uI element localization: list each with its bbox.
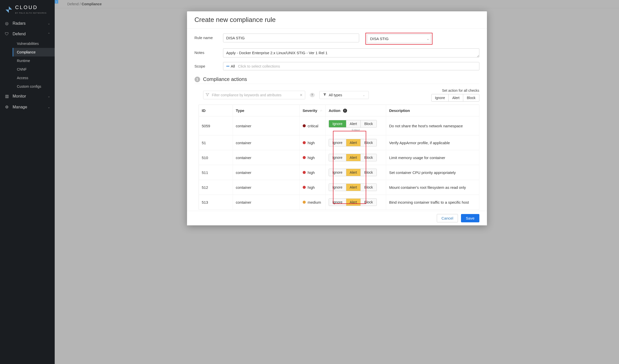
rule-template-select[interactable]: DISA STIG bbox=[367, 34, 431, 43]
cell-description: Verify AppArmor profile, if applicable bbox=[386, 135, 479, 150]
cell-severity: high bbox=[299, 165, 325, 180]
modal-overlay: Create new compliance rule Rule name DIS… bbox=[55, 0, 619, 364]
row-action-group: IgnoreAlertBlock bbox=[329, 169, 377, 176]
row-action-group: IgnoreAlertBlock bbox=[329, 139, 377, 146]
table-row[interactable]: 513containermediumIgnoreAlertBlockBind i… bbox=[199, 195, 479, 210]
sidebar-item-vulnerabilities[interactable]: Vulnerabilities bbox=[13, 39, 55, 48]
row-action-ignore-button[interactable]: Ignore bbox=[329, 199, 346, 206]
funnel-icon bbox=[206, 93, 209, 97]
scope-tag-icon bbox=[226, 66, 229, 67]
chevron-down-icon: ⌄ bbox=[48, 105, 50, 109]
gear-icon: ⚙ bbox=[5, 105, 9, 109]
nav-defend[interactable]: 🛡 Defend ⌃ bbox=[0, 29, 55, 39]
sidebar-item-compliance[interactable]: Compliance bbox=[13, 48, 55, 56]
col-id[interactable]: ID bbox=[199, 105, 233, 116]
row-action-block-button[interactable]: Block bbox=[361, 199, 376, 206]
cell-action: IgnoreAlertBlock bbox=[325, 135, 386, 150]
types-filter-label: All types bbox=[329, 93, 342, 97]
cell-description: Mount container's root filesystem as rea… bbox=[386, 180, 479, 195]
table-row[interactable]: 510containerhighIgnoreAlertBlockLimit me… bbox=[199, 150, 479, 165]
cloud-logo-icon bbox=[5, 6, 13, 13]
col-severity[interactable]: Severity ↓↑ bbox=[299, 105, 325, 116]
row-action-ignore-button[interactable]: Ignore bbox=[329, 154, 346, 161]
nav-radars[interactable]: ◎ Radars ⌄ bbox=[0, 18, 55, 29]
monitor-icon: ▥ bbox=[5, 94, 9, 99]
cell-action: IgnoreAlertBlock bbox=[325, 165, 386, 180]
row-action-alert-button[interactable]: Alert bbox=[346, 139, 361, 146]
radar-icon: ◎ bbox=[5, 21, 9, 26]
nav-manage[interactable]: ⚙ Manage ⌄ bbox=[0, 102, 55, 112]
rule-name-label: Rule name bbox=[195, 34, 216, 40]
scope-select[interactable]: All Click to select collections bbox=[223, 62, 479, 70]
bulk-alert-button[interactable]: Alert bbox=[449, 94, 463, 101]
cell-action: IgnoreAlertBlock bbox=[325, 150, 386, 165]
cell-id: 512 bbox=[199, 180, 233, 195]
row-action-block-button[interactable]: Block bbox=[361, 184, 376, 191]
cell-type: container bbox=[233, 116, 299, 135]
row-action-block-button[interactable]: Block bbox=[361, 120, 376, 127]
severity-dot-icon bbox=[303, 171, 306, 174]
dialog-title: Create new compliance rule bbox=[187, 11, 487, 28]
bulk-ignore-button[interactable]: Ignore bbox=[431, 94, 449, 101]
row-action-ignore-button[interactable]: Ignore bbox=[329, 120, 346, 127]
severity-text: high bbox=[308, 141, 315, 145]
cell-description: Bind incoming container traffic to a spe… bbox=[386, 195, 479, 210]
row-action-alert-button[interactable]: Alert bbox=[346, 184, 361, 191]
table-row[interactable]: 511containerhighIgnoreAlertBlockSet cont… bbox=[199, 165, 479, 180]
compliance-filter-input[interactable] bbox=[203, 91, 305, 99]
chevron-up-icon: ⌃ bbox=[48, 32, 50, 36]
row-action-ignore-button[interactable]: Ignore bbox=[329, 169, 346, 176]
sidebar-item-custom-configs[interactable]: Custom configs bbox=[13, 82, 55, 91]
row-action-block-button[interactable]: Block bbox=[361, 169, 376, 176]
row-action-ignore-button[interactable]: Ignore bbox=[329, 184, 346, 191]
sidebar-item-access[interactable]: Access bbox=[13, 74, 55, 82]
main-content: Defend / Compliance Create new complianc… bbox=[55, 0, 619, 364]
nav-radars-label: Radars bbox=[13, 21, 26, 26]
severity-text: high bbox=[308, 156, 315, 160]
cell-id: 510 bbox=[199, 150, 233, 165]
severity-dot-icon bbox=[303, 141, 306, 144]
bulk-block-button[interactable]: Block bbox=[463, 94, 479, 101]
types-filter-select[interactable]: All types ⌄ bbox=[319, 91, 369, 99]
notes-input[interactable]: Apply - Docker Enterprise 2.x Linux/UNIX… bbox=[223, 48, 479, 57]
sidebar-item-cnnf[interactable]: CNNF bbox=[13, 65, 55, 74]
cell-severity: high bbox=[299, 135, 325, 150]
sidebar-collapse-toggle[interactable]: ‹ bbox=[55, 0, 58, 4]
create-rule-dialog: Create new compliance rule Rule name DIS… bbox=[187, 11, 487, 225]
row-action-block-button[interactable]: Block bbox=[361, 154, 376, 161]
row-action-alert-button[interactable]: Alert bbox=[346, 199, 361, 206]
rule-template-value: DISA STIG bbox=[370, 37, 389, 41]
row-action-group: IgnoreAlertBlock bbox=[329, 120, 377, 128]
cancel-button[interactable]: Cancel bbox=[437, 214, 458, 222]
cell-description: Limit memory usage for container bbox=[386, 150, 479, 165]
row-action-ignore-button[interactable]: Ignore bbox=[329, 139, 346, 146]
rule-name-input[interactable] bbox=[223, 34, 359, 42]
cell-type: container bbox=[233, 195, 299, 210]
col-type[interactable]: Type bbox=[233, 105, 299, 116]
help-icon[interactable]: ? bbox=[310, 93, 315, 97]
cell-description: Set container CPU priority appropriately bbox=[386, 165, 479, 180]
table-row[interactable]: 5059containercriticalIgnoreAlertBlockEdi… bbox=[199, 116, 479, 135]
sidebar-item-runtime[interactable]: Runtime bbox=[13, 56, 55, 65]
row-action-alert-button[interactable]: Alert bbox=[346, 120, 361, 127]
step-badge: 1 bbox=[195, 77, 200, 82]
brand-name: CLOUD bbox=[15, 5, 47, 10]
nav-monitor[interactable]: ▥ Monitor ⌄ bbox=[0, 91, 55, 102]
cell-action: IgnoreAlertBlockEdited bbox=[325, 116, 386, 135]
row-action-alert-button[interactable]: Alert bbox=[346, 169, 361, 176]
save-button[interactable]: Save bbox=[461, 214, 479, 222]
sort-icon[interactable]: ↓↑ bbox=[320, 109, 322, 112]
scope-placeholder: Click to select collections bbox=[238, 64, 280, 68]
clear-filter-icon[interactable]: ✕ bbox=[300, 93, 303, 97]
table-row[interactable]: 51containerhighIgnoreAlertBlockVerify Ap… bbox=[199, 135, 479, 150]
section-title: Compliance actions bbox=[203, 76, 247, 82]
table-row[interactable]: 512containerhighIgnoreAlertBlockMount co… bbox=[199, 180, 479, 195]
info-icon[interactable]: ! bbox=[343, 109, 347, 113]
severity-dot-icon bbox=[303, 124, 306, 127]
col-description[interactable]: Description bbox=[386, 105, 479, 116]
row-action-alert-button[interactable]: Alert bbox=[346, 154, 361, 161]
row-action-block-button[interactable]: Block bbox=[361, 139, 376, 146]
cell-severity: high bbox=[299, 180, 325, 195]
cell-type: container bbox=[233, 150, 299, 165]
scope-label: Scope bbox=[195, 62, 216, 68]
